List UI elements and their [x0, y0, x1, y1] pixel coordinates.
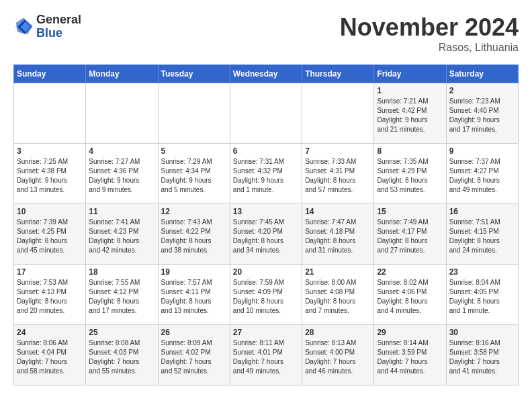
weekday-header: Thursday	[302, 65, 374, 83]
calendar-cell: 11Sunrise: 7:41 AM Sunset: 4:23 PM Dayli…	[86, 204, 158, 265]
calendar-cell: 5Sunrise: 7:29 AM Sunset: 4:34 PM Daylig…	[158, 144, 230, 204]
day-number: 2	[449, 86, 515, 95]
weekday-header: Tuesday	[158, 65, 230, 83]
day-number: 4	[89, 146, 154, 156]
day-info: Sunrise: 8:06 AM Sunset: 4:04 PM Dayligh…	[17, 338, 83, 376]
day-info: Sunrise: 7:27 AM Sunset: 4:36 PM Dayligh…	[89, 157, 154, 195]
day-number: 14	[305, 207, 371, 216]
calendar-week-row: 3Sunrise: 7:25 AM Sunset: 4:38 PM Daylig…	[14, 144, 519, 204]
day-number: 10	[17, 207, 83, 216]
calendar-cell: 1Sunrise: 7:21 AM Sunset: 4:42 PM Daylig…	[374, 83, 446, 144]
day-info: Sunrise: 7:35 AM Sunset: 4:29 PM Dayligh…	[377, 157, 443, 195]
day-number: 3	[17, 146, 83, 156]
day-number: 11	[89, 207, 154, 216]
day-info: Sunrise: 7:55 AM Sunset: 4:12 PM Dayligh…	[89, 278, 154, 316]
calendar-cell: 7Sunrise: 7:33 AM Sunset: 4:31 PM Daylig…	[302, 144, 374, 204]
day-info: Sunrise: 7:41 AM Sunset: 4:23 PM Dayligh…	[89, 218, 154, 255]
day-number: 16	[449, 207, 515, 216]
day-number: 22	[377, 267, 443, 277]
calendar-week-row: 1Sunrise: 7:21 AM Sunset: 4:42 PM Daylig…	[14, 83, 519, 144]
day-info: Sunrise: 7:51 AM Sunset: 4:15 PM Dayligh…	[449, 218, 515, 255]
calendar-cell: 23Sunrise: 8:04 AM Sunset: 4:05 PM Dayli…	[446, 265, 518, 325]
calendar-cell: 2Sunrise: 7:23 AM Sunset: 4:40 PM Daylig…	[446, 83, 518, 144]
day-info: Sunrise: 8:11 AM Sunset: 4:01 PM Dayligh…	[233, 338, 299, 376]
day-info: Sunrise: 8:13 AM Sunset: 4:00 PM Dayligh…	[305, 338, 371, 376]
day-info: Sunrise: 7:59 AM Sunset: 4:09 PM Dayligh…	[233, 278, 299, 316]
day-number: 6	[233, 146, 299, 156]
calendar-cell: 29Sunrise: 8:14 AM Sunset: 3:59 PM Dayli…	[374, 325, 446, 385]
day-info: Sunrise: 7:29 AM Sunset: 4:34 PM Dayligh…	[161, 157, 227, 195]
calendar-cell: 20Sunrise: 7:59 AM Sunset: 4:09 PM Dayli…	[230, 265, 302, 325]
day-number: 1	[377, 86, 443, 95]
day-info: Sunrise: 7:57 AM Sunset: 4:11 PM Dayligh…	[161, 278, 227, 316]
day-number: 13	[233, 207, 299, 216]
day-number: 9	[449, 146, 515, 156]
day-info: Sunrise: 8:14 AM Sunset: 3:59 PM Dayligh…	[377, 338, 443, 376]
day-number: 19	[161, 267, 227, 277]
calendar-week-row: 17Sunrise: 7:53 AM Sunset: 4:13 PM Dayli…	[14, 265, 519, 325]
calendar-cell: 24Sunrise: 8:06 AM Sunset: 4:04 PM Dayli…	[14, 325, 86, 385]
calendar-cell	[158, 83, 230, 144]
calendar-cell: 14Sunrise: 7:47 AM Sunset: 4:18 PM Dayli…	[302, 204, 374, 265]
day-info: Sunrise: 8:08 AM Sunset: 4:03 PM Dayligh…	[89, 338, 154, 376]
day-info: Sunrise: 7:23 AM Sunset: 4:40 PM Dayligh…	[449, 97, 515, 134]
calendar-cell: 6Sunrise: 7:31 AM Sunset: 4:32 PM Daylig…	[230, 144, 302, 204]
calendar-table: SundayMondayTuesdayWednesdayThursdayFrid…	[13, 64, 519, 385]
day-number: 18	[89, 267, 154, 277]
day-info: Sunrise: 7:53 AM Sunset: 4:13 PM Dayligh…	[17, 278, 83, 316]
day-number: 30	[449, 328, 515, 337]
logo: General Blue	[13, 13, 81, 40]
weekday-header: Wednesday	[230, 65, 302, 83]
calendar-header-row: SundayMondayTuesdayWednesdayThursdayFrid…	[14, 65, 519, 83]
day-number: 28	[305, 328, 371, 337]
calendar-cell: 28Sunrise: 8:13 AM Sunset: 4:00 PM Dayli…	[302, 325, 374, 385]
day-info: Sunrise: 7:25 AM Sunset: 4:38 PM Dayligh…	[17, 157, 83, 195]
calendar-week-row: 24Sunrise: 8:06 AM Sunset: 4:04 PM Dayli…	[14, 325, 519, 385]
day-number: 7	[305, 146, 371, 156]
day-info: Sunrise: 7:37 AM Sunset: 4:27 PM Dayligh…	[449, 157, 515, 195]
calendar-cell: 16Sunrise: 7:51 AM Sunset: 4:15 PM Dayli…	[446, 204, 518, 265]
calendar-cell: 25Sunrise: 8:08 AM Sunset: 4:03 PM Dayli…	[86, 325, 158, 385]
calendar-cell: 10Sunrise: 7:39 AM Sunset: 4:25 PM Dayli…	[14, 204, 86, 265]
calendar-cell: 22Sunrise: 8:02 AM Sunset: 4:06 PM Dayli…	[374, 265, 446, 325]
day-info: Sunrise: 7:39 AM Sunset: 4:25 PM Dayligh…	[17, 218, 83, 255]
day-number: 5	[161, 146, 227, 156]
calendar-cell: 26Sunrise: 8:09 AM Sunset: 4:02 PM Dayli…	[158, 325, 230, 385]
day-number: 23	[449, 267, 515, 277]
calendar-cell	[230, 83, 302, 144]
day-number: 15	[377, 207, 443, 216]
day-info: Sunrise: 8:00 AM Sunset: 4:08 PM Dayligh…	[305, 278, 371, 316]
day-number: 26	[161, 328, 227, 337]
day-info: Sunrise: 7:21 AM Sunset: 4:42 PM Dayligh…	[377, 97, 443, 134]
day-info: Sunrise: 8:02 AM Sunset: 4:06 PM Dayligh…	[377, 278, 443, 316]
day-info: Sunrise: 7:43 AM Sunset: 4:22 PM Dayligh…	[161, 218, 227, 255]
calendar-week-row: 10Sunrise: 7:39 AM Sunset: 4:25 PM Dayli…	[14, 204, 519, 265]
day-number: 24	[17, 328, 83, 337]
calendar-cell: 12Sunrise: 7:43 AM Sunset: 4:22 PM Dayli…	[158, 204, 230, 265]
day-info: Sunrise: 7:31 AM Sunset: 4:32 PM Dayligh…	[233, 157, 299, 195]
day-info: Sunrise: 8:09 AM Sunset: 4:02 PM Dayligh…	[161, 338, 227, 376]
calendar-cell	[86, 83, 158, 144]
day-number: 25	[89, 328, 154, 337]
day-number: 20	[233, 267, 299, 277]
day-number: 17	[17, 267, 83, 277]
weekday-header: Monday	[86, 65, 158, 83]
logo-icon	[13, 17, 34, 37]
day-info: Sunrise: 8:04 AM Sunset: 4:05 PM Dayligh…	[449, 278, 515, 316]
calendar-cell: 13Sunrise: 7:45 AM Sunset: 4:20 PM Dayli…	[230, 204, 302, 265]
logo-text: General Blue	[36, 13, 81, 40]
calendar-cell	[14, 83, 86, 144]
day-info: Sunrise: 8:16 AM Sunset: 3:58 PM Dayligh…	[449, 338, 515, 376]
day-info: Sunrise: 7:47 AM Sunset: 4:18 PM Dayligh…	[305, 218, 371, 255]
calendar-cell: 18Sunrise: 7:55 AM Sunset: 4:12 PM Dayli…	[86, 265, 158, 325]
day-number: 29	[377, 328, 443, 337]
calendar-cell: 3Sunrise: 7:25 AM Sunset: 4:38 PM Daylig…	[14, 144, 86, 204]
day-number: 21	[305, 267, 371, 277]
calendar-cell: 19Sunrise: 7:57 AM Sunset: 4:11 PM Dayli…	[158, 265, 230, 325]
weekday-header: Sunday	[14, 65, 86, 83]
weekday-header: Saturday	[446, 65, 518, 83]
page-header: General Blue November 2024 Rasos, Lithua…	[13, 13, 519, 54]
location: Rasos, Lithuania	[340, 42, 519, 54]
day-info: Sunrise: 7:33 AM Sunset: 4:31 PM Dayligh…	[305, 157, 371, 195]
day-number: 8	[377, 146, 443, 156]
